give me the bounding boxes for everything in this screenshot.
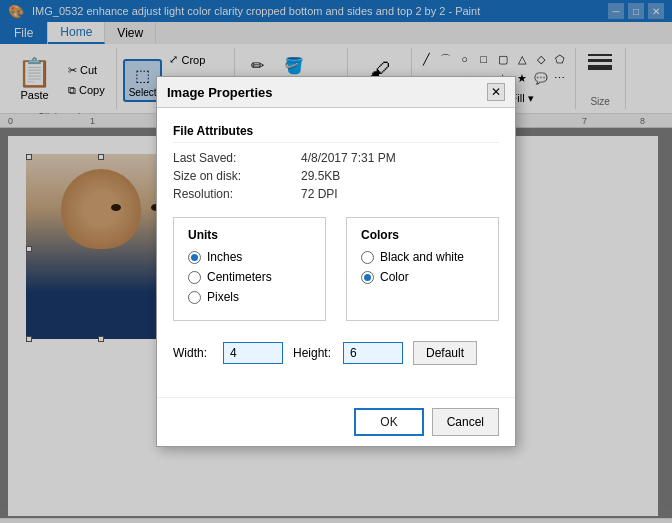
units-colors-row: Units Inches Centimeters Pixels	[173, 217, 499, 321]
radio-centimeters-label: Centimeters	[207, 270, 272, 284]
resolution-value: 72 DPI	[301, 187, 499, 201]
radio-color-label: Color	[380, 270, 409, 284]
width-label: Width:	[173, 346, 213, 360]
radio-centimeters[interactable]: Centimeters	[188, 270, 311, 284]
radio-color[interactable]: Color	[361, 270, 484, 284]
file-attributes-grid: Last Saved: 4/8/2017 7:31 PM Size on dis…	[173, 151, 499, 201]
resolution-label: Resolution:	[173, 187, 293, 201]
dialog-body: File Attributes Last Saved: 4/8/2017 7:3…	[157, 108, 515, 397]
cancel-button[interactable]: Cancel	[432, 408, 499, 436]
radio-color-circle[interactable]	[361, 271, 374, 284]
height-label: Height:	[293, 346, 333, 360]
radio-centimeters-circle[interactable]	[188, 271, 201, 284]
dimensions-row: Width: Height: Default	[173, 341, 499, 365]
radio-bw-circle[interactable]	[361, 251, 374, 264]
last-saved-label: Last Saved:	[173, 151, 293, 165]
radio-inches-circle[interactable]	[188, 251, 201, 264]
radio-pixels[interactable]: Pixels	[188, 290, 311, 304]
radio-bw-label: Black and white	[380, 250, 464, 264]
radio-bw[interactable]: Black and white	[361, 250, 484, 264]
height-input[interactable]	[343, 342, 403, 364]
dialog-close-button[interactable]: ✕	[487, 83, 505, 101]
units-group: Units Inches Centimeters Pixels	[173, 217, 326, 321]
colors-group: Colors Black and white Color	[346, 217, 499, 321]
dialog-title: Image Properties	[167, 85, 273, 100]
radio-inches-label: Inches	[207, 250, 242, 264]
size-on-disk-label: Size on disk:	[173, 169, 293, 183]
radio-inches[interactable]: Inches	[188, 250, 311, 264]
file-attributes-title: File Attributes	[173, 124, 499, 143]
image-properties-dialog: Image Properties ✕ File Attributes Last …	[156, 76, 516, 447]
radio-pixels-label: Pixels	[207, 290, 239, 304]
ok-button[interactable]: OK	[354, 408, 423, 436]
radio-pixels-circle[interactable]	[188, 291, 201, 304]
size-on-disk-value: 29.5KB	[301, 169, 499, 183]
dialog-footer: OK Cancel	[157, 397, 515, 446]
dialog-title-bar: Image Properties ✕	[157, 77, 515, 108]
width-input[interactable]	[223, 342, 283, 364]
modal-overlay: Image Properties ✕ File Attributes Last …	[0, 0, 672, 523]
units-title: Units	[188, 228, 311, 242]
colors-title: Colors	[361, 228, 484, 242]
default-button[interactable]: Default	[413, 341, 477, 365]
last-saved-value: 4/8/2017 7:31 PM	[301, 151, 499, 165]
